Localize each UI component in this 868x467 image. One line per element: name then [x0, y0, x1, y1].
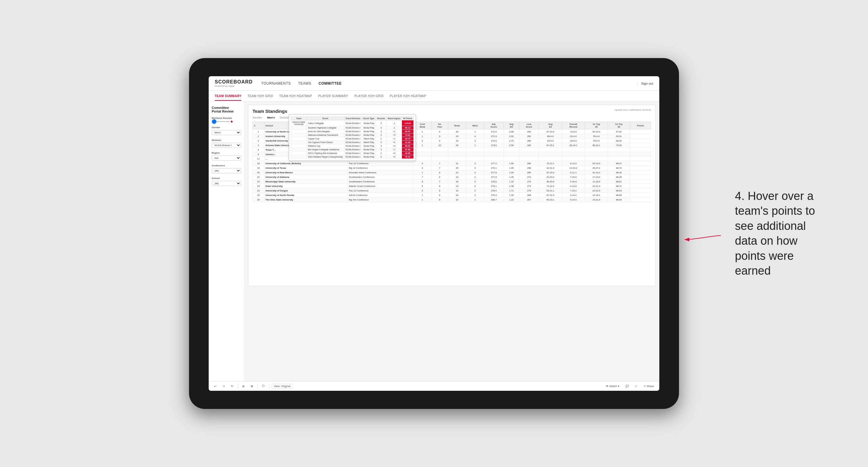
- hover-points-cell: 43.85: [402, 152, 413, 155]
- table-row: 22Mississippi State UniversitySoutheaste…: [253, 179, 651, 184]
- col-low-score: LowScore: [519, 122, 539, 129]
- col-wins: Wins: [466, 122, 484, 129]
- sidebar-title: Committee Portal Review: [212, 106, 241, 113]
- copy-button[interactable]: ⊞: [241, 384, 247, 388]
- col-vs-top50: Vs Top50: [608, 122, 630, 129]
- report-card: Team Standings Update time: 13/03/2024 1…: [248, 105, 656, 286]
- update-time-value: 13/03/2024 10:03:42: [629, 108, 651, 111]
- hover-points-cell: 87.88: [402, 148, 413, 152]
- hover-col-rounds: Rounds: [376, 117, 386, 120]
- slider-row: [212, 121, 241, 123]
- col-vs-top25: Vs Top25: [585, 122, 608, 129]
- hover-table-row: Copper CupNCAA Division IMatch Play2+142…: [291, 137, 414, 141]
- min-rounds-slider[interactable]: [212, 121, 230, 122]
- table-row: 25University of North FloridaASUN Confer…: [253, 193, 651, 197]
- table-row: 19University of TexasBig 12 Conference37…: [253, 166, 651, 170]
- nav-right: | Sign out: [637, 82, 653, 85]
- toolbar-sep-3: [269, 384, 269, 389]
- info-button[interactable]: ⓘ: [260, 383, 267, 389]
- top-nav: SCOREBOARD Powered by clippd TOURNAMENTS…: [209, 76, 659, 91]
- undo-button[interactable]: ↩: [212, 384, 218, 388]
- tablet-screen: SCOREBOARD Powered by clippd TOURNAMENTS…: [209, 76, 659, 391]
- hover-points-cell: 74.91: [402, 133, 413, 137]
- bottom-toolbar: ↩ ↪ ↻ ⊞ ⊠ ⓘ View: Original 👁 Watch ▾ 💬 ⤢…: [209, 381, 659, 391]
- table-row: 26The Ohio State UniversityBig Ten Confe…: [253, 197, 651, 202]
- share-button[interactable]: ↗ Share: [642, 384, 656, 388]
- division-select[interactable]: NCAA Division I: [212, 143, 241, 148]
- toolbar-sep-2: [257, 384, 258, 389]
- school-select[interactable]: (All): [212, 181, 241, 186]
- hover-table-row: 2023 Sahalee Players ChampionshipNCAA Di…: [291, 155, 414, 159]
- share-label: Share: [647, 385, 654, 388]
- sidebar-section-region: Region N/A: [212, 152, 241, 161]
- hover-col-event-type: Event Type: [362, 117, 376, 120]
- hover-col-w-points: W Points: [402, 117, 413, 120]
- col-rank: #: [253, 122, 264, 129]
- toolbar-sep-1: [238, 384, 238, 389]
- logo-text: SCOREBOARD: [215, 79, 253, 85]
- update-label: Update time:: [615, 108, 628, 111]
- annotation-text: 4. Hover over a team's points to see add…: [735, 189, 826, 278]
- tab-team-h2h-grid[interactable]: TEAM H2H GRID: [247, 92, 273, 101]
- share-icon: ↗: [643, 385, 646, 388]
- col-conf-rank: ConfRank: [413, 122, 432, 129]
- hover-col-rank-impact: Rank Impact: [386, 117, 402, 120]
- hover-points-cell: 78.30: [402, 155, 413, 159]
- paste-button[interactable]: ⊠: [249, 384, 255, 388]
- hover-table-row: OFCC Fighting Illini InvitationalNCAA Di…: [291, 152, 414, 155]
- col-rnds: Rnds: [448, 122, 466, 129]
- logo-area: SCOREBOARD Powered by clippd: [215, 79, 253, 87]
- nav-tournaments[interactable]: TOURNAMENTS: [261, 80, 291, 87]
- table-row: 21University of AlabamaSoutheastern Conf…: [253, 175, 651, 179]
- conference-select[interactable]: (All): [212, 168, 241, 173]
- tab-player-h2h-heatmap[interactable]: PLAYER H2H HEATMAP: [390, 92, 426, 101]
- watch-chevron: ▾: [618, 385, 619, 388]
- nav-teams[interactable]: TEAMS: [298, 80, 311, 87]
- expand-button[interactable]: ⤢: [633, 384, 639, 388]
- tab-player-summary[interactable]: PLAYER SUMMARY: [318, 92, 348, 101]
- col-points: Points: [630, 122, 651, 129]
- view-original-button[interactable]: View: Original: [272, 384, 292, 389]
- table-row: 18University of California, BerkeleyPac-…: [253, 161, 651, 166]
- tab-player-h2h-grid[interactable]: PLAYER H2H GRID: [354, 92, 384, 101]
- sidebar-section-title: Committee Portal Review: [212, 106, 241, 113]
- col-overall-record: OverallRecord: [562, 122, 585, 129]
- sign-out-link[interactable]: Sign out: [641, 82, 653, 85]
- watch-button[interactable]: 👁 Watch ▾: [604, 384, 621, 388]
- tab-team-h2h-heatmap[interactable]: TEAM H2H HEATMAP: [279, 92, 312, 101]
- gender-label: Gender: [212, 126, 241, 129]
- region-select[interactable]: N/A: [212, 155, 241, 161]
- hover-points-cell: 21.26: [402, 141, 413, 144]
- hover-points-cell: 56.64: [402, 144, 413, 148]
- toolbar-right: 👁 Watch ▾ 💬 ⤢ ↗ Share: [604, 384, 656, 388]
- comment-button[interactable]: 💬: [624, 384, 630, 388]
- hover-table-row: Arizona State UniversityCalico Collegiat…: [291, 120, 414, 126]
- eye-icon: 👁: [606, 385, 609, 388]
- dot-indicator: [231, 121, 232, 123]
- sidebar-section-division: Division NCAA Division I: [212, 139, 241, 148]
- tablet-shell: SCOREBOARD Powered by clippd TOURNAMENTS…: [189, 58, 679, 409]
- annotation-container: 4. Hover over a team's points to see add…: [735, 189, 826, 278]
- hover-table-row: The Cypress Point ClassicNCAA Division I…: [291, 141, 414, 144]
- redo-button[interactable]: ↪: [221, 384, 227, 388]
- tab-team-summary[interactable]: TEAM SUMMARY: [215, 92, 241, 101]
- hover-table-row: Southern Highlands CollegiateNCAA Divisi…: [291, 126, 414, 130]
- hover-tooltip: Team Event Event Division Event Type Rou…: [289, 114, 416, 161]
- gender-filter-label: Gender:: [252, 116, 262, 119]
- nav-links: TOURNAMENTS TEAMS COMMITTEE: [261, 80, 637, 87]
- gender-select[interactable]: Men's: [212, 130, 241, 135]
- hover-table-row: Williams CupNCAA Division IStroke Play3+…: [291, 144, 414, 148]
- report-title: Team Standings: [252, 108, 287, 114]
- col-no-tour: NoTour: [431, 122, 448, 129]
- sidebar: Committee Portal Review Minimum Rounds G…: [209, 102, 244, 381]
- hover-col-team: Team: [291, 117, 307, 120]
- division-filter-label: Division:: [280, 116, 290, 119]
- nav-committee[interactable]: COMMITTEE: [318, 80, 342, 87]
- table-row: 24University of OregonPac-12 Conference5…: [253, 188, 651, 193]
- hover-col-event: Event: [307, 117, 344, 120]
- refresh-button[interactable]: ↻: [229, 384, 235, 388]
- table-row: 20University of New MexicoMountain West …: [253, 170, 651, 175]
- sidebar-section-min-rounds: Minimum Rounds: [212, 117, 241, 123]
- hover-points-cell: 42.73: [402, 137, 413, 141]
- division-label: Division: [212, 139, 241, 142]
